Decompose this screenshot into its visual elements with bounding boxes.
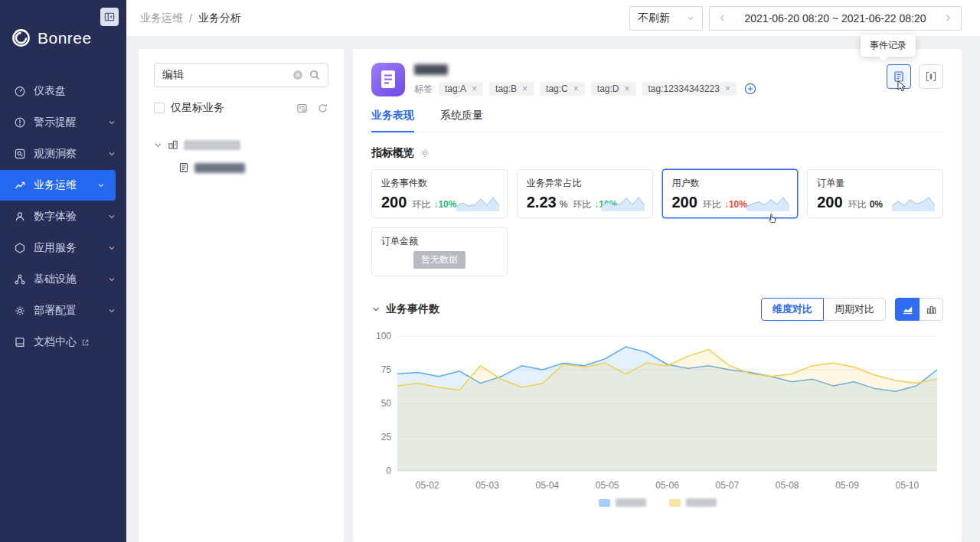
batch-settings-icon[interactable] bbox=[296, 103, 308, 114]
chart-legend bbox=[371, 498, 943, 507]
chevron-down-icon bbox=[108, 150, 116, 158]
redacted-business-title bbox=[414, 64, 448, 75]
sidebar-item-label: 文档中心 bbox=[34, 335, 77, 349]
redacted-business-name bbox=[194, 163, 245, 173]
add-tag-icon[interactable] bbox=[744, 83, 756, 95]
bar-chart-toggle-button[interactable] bbox=[919, 298, 943, 321]
svg-text:05-07: 05-07 bbox=[715, 480, 739, 491]
split-view-button[interactable] bbox=[919, 64, 943, 89]
brand-name: Bonree bbox=[38, 29, 92, 47]
sidebar-item-deploy-config[interactable]: 部署配置 bbox=[0, 295, 126, 326]
tag-chip: tag:D× bbox=[591, 82, 636, 96]
chevron-down-icon bbox=[108, 276, 116, 283]
svg-text:05-06: 05-06 bbox=[655, 480, 679, 491]
period-compare-button[interactable]: 周期对比 bbox=[823, 298, 886, 321]
split-view-icon bbox=[925, 70, 937, 83]
sidebar-nav: 仪表盘 警示提醒 观测洞察 业务运维 数字体验 bbox=[0, 76, 126, 358]
breadcrumb-current: 业务分析 bbox=[198, 11, 241, 25]
refresh-interval-select[interactable]: 不刷新 bbox=[629, 6, 703, 31]
sidebar-item-label: 数字体验 bbox=[34, 210, 77, 224]
network-nodes-icon bbox=[14, 273, 26, 286]
tree-node-group[interactable] bbox=[154, 133, 328, 156]
tab-business-performance[interactable]: 业务表现 bbox=[371, 109, 414, 132]
tree-toolbar bbox=[296, 103, 328, 114]
business-tree-panel: 仅星标业务 bbox=[139, 49, 344, 542]
sidebar-item-business-ops[interactable]: 业务运维 bbox=[0, 170, 116, 201]
event-record-doc-icon bbox=[893, 70, 905, 83]
compare-mode-group: 维度对比 周期对比 bbox=[761, 298, 886, 321]
sidebar-item-app-services[interactable]: 应用服务 bbox=[0, 233, 126, 263]
legend-item-series2[interactable] bbox=[669, 498, 717, 507]
content-area: 仅星标业务 bbox=[126, 37, 980, 542]
sidebar-item-alerts[interactable]: 警示提醒 bbox=[0, 107, 126, 138]
search-input[interactable] bbox=[162, 69, 286, 81]
tag-close-icon[interactable]: × bbox=[725, 84, 730, 93]
sidebar-item-infrastructure[interactable]: 基础设施 bbox=[0, 264, 126, 295]
prev-range-icon[interactable] bbox=[719, 14, 726, 22]
svg-text:25: 25 bbox=[381, 432, 392, 442]
tag-close-icon[interactable]: × bbox=[573, 84, 579, 93]
tab-system-quality[interactable]: 系统质量 bbox=[440, 109, 483, 132]
metrics-settings-gear-icon[interactable] bbox=[420, 148, 430, 158]
legend-item-series1[interactable] bbox=[599, 498, 646, 507]
breadcrumb-parent[interactable]: 业务运维 bbox=[140, 11, 183, 25]
metric-card-order-amount[interactable]: 订单金额 暂无数据 bbox=[371, 227, 508, 276]
search-box bbox=[154, 63, 328, 87]
metric-card-users[interactable]: 用户数 200 环比 ↓10% bbox=[662, 169, 799, 218]
section-collapse-chevron-icon[interactable] bbox=[371, 305, 381, 314]
date-range-picker[interactable]: 2021-06-20 08:20 ~ 2021-06-22 08:20 bbox=[709, 6, 962, 31]
star-filter-label: 仅星标业务 bbox=[171, 101, 224, 115]
chevron-down-icon bbox=[108, 213, 116, 220]
next-range-icon[interactable] bbox=[945, 14, 952, 22]
refresh-interval-value: 不刷新 bbox=[638, 11, 670, 25]
business-meta: 标签 tag:A× tag:B× tag:C× tag:D× tag:12334… bbox=[414, 63, 756, 96]
sidebar-item-observe[interactable]: 观测洞察 bbox=[0, 139, 126, 169]
sidebar-collapse-button[interactable] bbox=[100, 8, 119, 26]
compare-label: 环比 bbox=[703, 198, 721, 211]
search-icon[interactable] bbox=[309, 70, 320, 80]
svg-text:05-09: 05-09 bbox=[835, 480, 859, 491]
metric-card-orders[interactable]: 订单量 200 环比 0% bbox=[807, 169, 943, 218]
topbar: 业务运维 / 业务分析 不刷新 2021-06-20 08:20 ~ 2021-… bbox=[126, 0, 980, 37]
alert-icon bbox=[14, 116, 26, 129]
sidebar-item-docs-center[interactable]: 文档中心 bbox=[0, 327, 126, 358]
hexagon-app-icon bbox=[14, 242, 26, 254]
metric-delta: 0% bbox=[870, 199, 883, 210]
compare-label: 环比 bbox=[573, 198, 591, 211]
tree-expand-chevron-icon[interactable] bbox=[154, 141, 162, 149]
metric-card-error-ratio[interactable]: 业务异常占比 2.23 % 环比 ↓10% bbox=[517, 169, 653, 218]
sidebar-item-digital-experience[interactable]: 数字体验 bbox=[0, 201, 126, 232]
chevron-down-icon bbox=[108, 244, 116, 252]
redacted-legend-label bbox=[686, 498, 717, 507]
event-record-button[interactable] bbox=[887, 64, 911, 89]
collapse-menu-icon bbox=[104, 11, 115, 22]
area-chart-toggle-button[interactable] bbox=[895, 298, 920, 321]
svg-text:05-05: 05-05 bbox=[596, 480, 619, 491]
metric-value: 200 bbox=[817, 194, 842, 211]
tag-close-icon[interactable]: × bbox=[522, 84, 528, 93]
sidebar-item-label: 应用服务 bbox=[34, 241, 77, 255]
refresh-icon[interactable] bbox=[317, 103, 328, 114]
dimension-compare-button[interactable]: 维度对比 bbox=[761, 298, 824, 321]
tag-text: tag:D bbox=[597, 83, 619, 94]
area-chart-icon bbox=[902, 304, 913, 315]
compare-label: 环比 bbox=[848, 198, 867, 211]
metric-card-title: 订单量 bbox=[817, 177, 933, 190]
sidebar-item-label: 观测洞察 bbox=[34, 147, 77, 161]
metric-card-title: 业务事件数 bbox=[381, 177, 498, 190]
sidebar-item-dashboard[interactable]: 仪表盘 bbox=[0, 76, 126, 106]
sparkline-chart bbox=[892, 194, 935, 211]
main-column: 业务运维 / 业务分析 不刷新 2021-06-20 08:20 ~ 2021-… bbox=[126, 0, 980, 542]
tag-close-icon[interactable]: × bbox=[624, 84, 629, 93]
star-filter-row: 仅星标业务 bbox=[154, 101, 328, 115]
tag-close-icon[interactable]: × bbox=[472, 84, 477, 93]
svg-text:75: 75 bbox=[381, 364, 392, 375]
star-filter-checkbox[interactable] bbox=[154, 103, 165, 113]
sidebar-item-label: 业务运维 bbox=[34, 178, 77, 192]
breadcrumb: 业务运维 / 业务分析 bbox=[140, 11, 241, 25]
tag-chip: tag:B× bbox=[489, 82, 534, 96]
clear-input-icon[interactable] bbox=[292, 70, 303, 80]
chevron-down-icon bbox=[97, 181, 105, 189]
tree-node-business[interactable] bbox=[178, 156, 328, 179]
metric-card-business-events[interactable]: 业务事件数 200 环比 ↓10% bbox=[371, 169, 508, 218]
